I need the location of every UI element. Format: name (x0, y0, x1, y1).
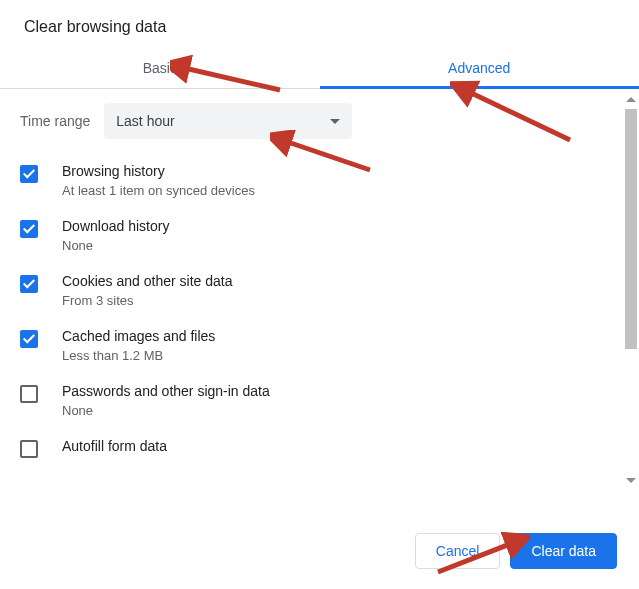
item-text: Cached images and filesLess than 1.2 MB (62, 328, 215, 363)
dialog-content: Time range Last hour Browsing historyAt … (0, 89, 639, 491)
scroll-up-icon[interactable] (626, 97, 636, 102)
item-title: Passwords and other sign-in data (62, 383, 270, 399)
list-item: Download historyNone (20, 218, 619, 253)
time-range-value: Last hour (116, 113, 174, 129)
list-item: Autofill form data (20, 438, 619, 458)
item-subtitle: None (62, 238, 169, 253)
item-text: Download historyNone (62, 218, 169, 253)
item-title: Cookies and other site data (62, 273, 232, 289)
item-title: Download history (62, 218, 169, 234)
tab-bar: Basic Advanced (0, 46, 639, 89)
list-item: Cookies and other site dataFrom 3 sites (20, 273, 619, 308)
time-range-label: Time range (20, 113, 90, 129)
dialog-footer: Cancel Clear data (0, 513, 639, 589)
list-item: Cached images and filesLess than 1.2 MB (20, 328, 619, 363)
clear-data-button[interactable]: Clear data (510, 533, 617, 569)
scroll-down-icon[interactable] (626, 478, 636, 483)
checkbox[interactable] (20, 220, 38, 238)
time-range-row: Time range Last hour (20, 103, 619, 139)
item-subtitle: At least 1 item on synced devices (62, 183, 255, 198)
tab-basic[interactable]: Basic (0, 46, 320, 88)
item-subtitle: None (62, 403, 270, 418)
checkbox[interactable] (20, 165, 38, 183)
tab-advanced[interactable]: Advanced (320, 46, 640, 88)
item-subtitle: From 3 sites (62, 293, 232, 308)
item-text: Passwords and other sign-in dataNone (62, 383, 270, 418)
clear-browsing-data-dialog: Clear browsing data Basic Advanced Time … (0, 0, 639, 589)
cancel-button[interactable]: Cancel (415, 533, 501, 569)
item-text: Autofill form data (62, 438, 167, 458)
list-item: Browsing historyAt least 1 item on synce… (20, 163, 619, 198)
list-item: Passwords and other sign-in dataNone (20, 383, 619, 418)
item-text: Browsing historyAt least 1 item on synce… (62, 163, 255, 198)
checkbox[interactable] (20, 330, 38, 348)
checkbox[interactable] (20, 440, 38, 458)
checkbox[interactable] (20, 385, 38, 403)
scrollbar[interactable] (623, 97, 639, 483)
checkbox[interactable] (20, 275, 38, 293)
item-title: Autofill form data (62, 438, 167, 454)
dialog-title: Clear browsing data (0, 0, 639, 46)
time-range-select[interactable]: Last hour (104, 103, 352, 139)
item-title: Browsing history (62, 163, 255, 179)
item-text: Cookies and other site dataFrom 3 sites (62, 273, 232, 308)
chevron-down-icon (330, 119, 340, 124)
item-subtitle: Less than 1.2 MB (62, 348, 215, 363)
scroll-thumb[interactable] (625, 109, 637, 349)
item-title: Cached images and files (62, 328, 215, 344)
